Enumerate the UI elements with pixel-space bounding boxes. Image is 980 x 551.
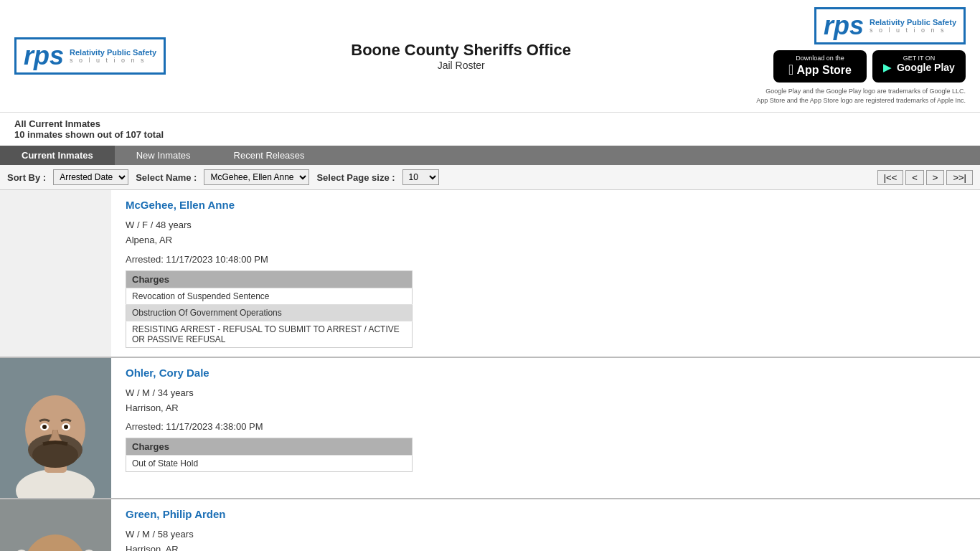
- inmate-arrested: Arrested: 11/17/2023 4:38:00 PM: [126, 421, 966, 432]
- app-badges: Download on the  App Store GET IT ON ▶ …: [773, 50, 966, 83]
- logo-relativity-right: Relativity Public Safety: [870, 18, 956, 27]
- play-icon: ▶: [883, 62, 891, 73]
- logo-text-left: Relativity Public Safety s o l u t i o n…: [70, 48, 156, 64]
- sort-by-label: Sort By :: [7, 172, 46, 183]
- nav-first-button[interactable]: |<<: [877, 170, 904, 185]
- trademark-text: Google Play and the Google Play logo are…: [756, 87, 966, 105]
- inmate-list: McGehee, Ellen Anne W / F / 48 years Alp…: [0, 190, 980, 551]
- logo-rps-left: rps: [24, 43, 64, 69]
- inmate-race-sex-age: W / F / 48 years: [126, 218, 966, 233]
- charges-table: Charges Revocation of Suspended Sentence…: [126, 270, 413, 348]
- logo-solutions-right: s o l u t i o n s: [870, 27, 956, 34]
- page-size-label: Select Page size :: [316, 172, 395, 183]
- svg-point-5: [32, 442, 78, 468]
- tab-new-inmates[interactable]: New Inmates: [115, 146, 212, 165]
- select-name-select[interactable]: McGehee, Ellen Anne Ohler, Cory Dale Gre…: [204, 169, 309, 185]
- inmate-demographics: W / M / 34 years Harrison, AR: [126, 386, 966, 416]
- svg-point-9: [64, 425, 68, 429]
- header-right: rps Relativity Public Safety s o l u t i…: [756, 7, 966, 105]
- select-name-label: Select Name :: [136, 172, 197, 183]
- charges-header: Charges: [126, 270, 413, 288]
- table-row: McGehee, Ellen Anne W / F / 48 years Alp…: [0, 190, 980, 358]
- charges-header: Charges: [126, 438, 413, 456]
- inmate-location: Harrison, AR: [126, 542, 966, 551]
- inmate-photo-svg: [0, 358, 111, 498]
- page-header: rps Relativity Public Safety s o l u t i…: [0, 0, 980, 113]
- apple-icon: : [788, 62, 793, 78]
- tab-recent-releases[interactable]: Recent Releases: [212, 146, 326, 165]
- inmate-count: 10 inmates shown out of 107 total: [14, 129, 966, 140]
- appstore-badge-main:  App Store: [788, 62, 852, 78]
- sort-bar: Sort By : Arrested Date Name Release Dat…: [0, 165, 980, 190]
- logo-text-right: Relativity Public Safety s o l u t i o n…: [870, 18, 956, 34]
- googleplay-badge-top: GET IT ON: [903, 55, 936, 62]
- appstore-badge-top: Download on the: [796, 55, 844, 62]
- appstore-badge[interactable]: Download on the  App Store: [773, 50, 867, 83]
- svg-point-7: [42, 425, 47, 429]
- inmate-photo-placeholder: [0, 190, 111, 357]
- table-row: Ohler, Cory Dale W / M / 34 years Harris…: [0, 358, 980, 499]
- sort-by-select[interactable]: Arrested Date Name Release Date: [53, 169, 128, 185]
- header-center: Boone County Sheriffs Office Jail Roster: [351, 41, 571, 71]
- nav-prev-button[interactable]: <: [905, 170, 924, 185]
- inmate-demographics: W / F / 48 years Alpena, AR: [126, 218, 966, 248]
- info-bar: All Current Inmates 10 inmates shown out…: [0, 113, 980, 146]
- inmate-info: Green, Philip Arden W / M / 58 years Har…: [111, 499, 980, 551]
- tab-current-inmates[interactable]: Current Inmates: [0, 146, 115, 165]
- page-subtitle: Jail Roster: [351, 60, 571, 71]
- page-size-select[interactable]: 10 25 50 100: [402, 169, 439, 185]
- inmate-race-sex-age: W / M / 34 years: [126, 386, 966, 401]
- charges-table: Charges Out of State Hold: [126, 438, 413, 472]
- logo-rps-right: rps: [824, 13, 864, 39]
- googleplay-badge-main: ▶ Google Play: [883, 62, 955, 73]
- nav-last-button[interactable]: >>|: [946, 170, 973, 185]
- inmate-photo-svg: [0, 499, 111, 551]
- charge-row: Obstruction Of Government Operations: [126, 304, 413, 321]
- inmate-location: Harrison, AR: [126, 401, 966, 416]
- tab-bar: Current Inmates New Inmates Recent Relea…: [0, 146, 980, 165]
- inmate-photo: [0, 499, 111, 551]
- page-title: Boone County Sheriffs Office: [351, 41, 571, 60]
- inmate-name[interactable]: Green, Philip Arden: [126, 508, 966, 520]
- logo-solutions-left: s o l u t i o n s: [70, 57, 156, 64]
- inmate-race-sex-age: W / M / 58 years: [126, 527, 966, 542]
- inmate-name[interactable]: McGehee, Ellen Anne: [126, 199, 966, 211]
- charge-row: Out of State Hold: [126, 456, 413, 472]
- inmate-arrested: Arrested: 11/17/2023 10:48:00 PM: [126, 254, 966, 265]
- nav-next-button[interactable]: >: [926, 170, 945, 185]
- logo-left: rps Relativity Public Safety s o l u t i…: [14, 37, 166, 75]
- charge-row: RESISTING ARREST - REFUSAL TO SUBMIT TO …: [126, 321, 413, 347]
- pagination-buttons: |<< < > >>|: [877, 170, 973, 185]
- inmate-name[interactable]: Ohler, Cory Dale: [126, 367, 966, 379]
- inmate-photo: [0, 358, 111, 498]
- inmate-demographics: W / M / 58 years Harrison, AR: [126, 527, 966, 551]
- logo-relativity-left: Relativity Public Safety: [70, 48, 156, 57]
- all-inmates-label: All Current Inmates: [14, 118, 966, 129]
- table-row: Green, Philip Arden W / M / 58 years Har…: [0, 499, 980, 551]
- inmate-info: Ohler, Cory Dale W / M / 34 years Harris…: [111, 358, 980, 498]
- googleplay-badge[interactable]: GET IT ON ▶ Google Play: [872, 50, 966, 83]
- charge-row: Revocation of Suspended Sentence: [126, 288, 413, 304]
- inmate-location: Alpena, AR: [126, 233, 966, 248]
- logo-right: rps Relativity Public Safety s o l u t i…: [814, 7, 966, 44]
- inmate-info: McGehee, Ellen Anne W / F / 48 years Alp…: [111, 190, 980, 357]
